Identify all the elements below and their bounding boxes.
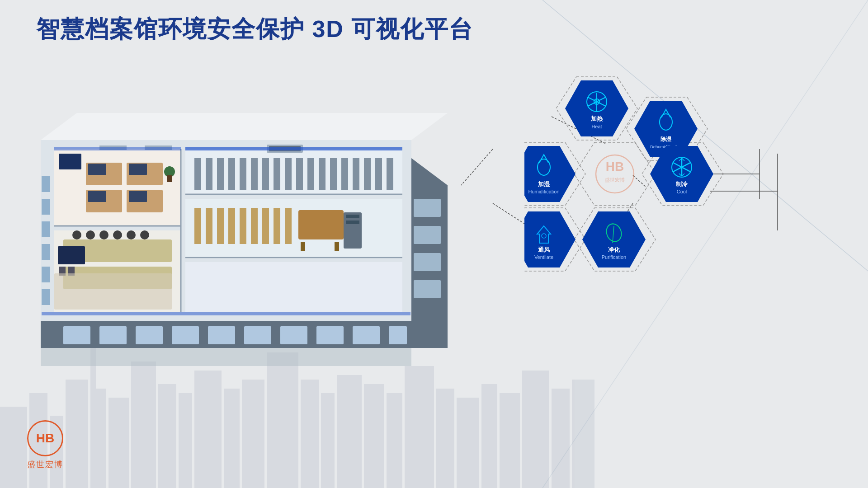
svg-rect-132 (42, 221, 50, 237)
svg-rect-96 (194, 208, 201, 244)
logo-bottom-left: HB 盛世宏博 (27, 420, 63, 470)
svg-rect-135 (42, 289, 50, 305)
svg-line-7 (493, 203, 524, 224)
svg-rect-21 (242, 380, 264, 488)
svg-rect-10 (0, 407, 27, 488)
svg-rect-64 (414, 226, 441, 244)
svg-rect-105 (298, 210, 344, 239)
svg-rect-79 (206, 158, 212, 190)
svg-rect-106 (301, 242, 305, 251)
svg-marker-137 (41, 348, 411, 366)
svg-rect-24 (321, 393, 335, 488)
svg-marker-48 (185, 262, 402, 312)
svg-rect-19 (194, 371, 222, 488)
svg-rect-20 (224, 389, 240, 488)
svg-rect-100 (240, 208, 246, 244)
svg-rect-14 (90, 389, 106, 488)
svg-rect-38 (572, 380, 594, 488)
svg-line-3 (461, 149, 493, 185)
svg-rect-36 (522, 371, 549, 488)
logo-circle: HB (27, 420, 63, 456)
svg-rect-15 (108, 398, 129, 488)
svg-rect-61 (353, 326, 380, 344)
svg-rect-107 (335, 242, 339, 251)
svg-rect-86 (285, 158, 292, 190)
svg-rect-84 (262, 158, 269, 190)
svg-rect-111 (346, 215, 359, 218)
svg-rect-101 (251, 208, 258, 244)
svg-rect-88 (307, 158, 314, 190)
svg-text:HB: HB (606, 160, 624, 174)
svg-text:Cool: Cool (677, 189, 687, 194)
svg-text:盛世宏博: 盛世宏博 (605, 177, 625, 183)
page-title: 智慧档案馆环境安全保护 3D 可视化平台 (36, 14, 473, 45)
svg-rect-13 (66, 380, 88, 488)
svg-rect-93 (364, 158, 371, 190)
svg-point-115 (72, 230, 81, 239)
svg-rect-99 (228, 208, 235, 244)
svg-rect-17 (158, 384, 176, 488)
svg-rect-94 (375, 158, 382, 190)
svg-rect-62 (389, 326, 407, 344)
svg-rect-53 (63, 326, 90, 344)
svg-rect-130 (42, 176, 50, 192)
svg-text:通风: 通风 (538, 246, 550, 253)
svg-rect-91 (341, 158, 348, 190)
svg-rect-56 (172, 326, 199, 344)
svg-rect-71 (88, 164, 106, 175)
svg-rect-72 (129, 164, 147, 175)
svg-text:除湿: 除湿 (660, 136, 672, 142)
svg-text:Heat: Heat (591, 124, 602, 129)
svg-point-116 (86, 230, 95, 239)
svg-rect-23 (301, 380, 319, 488)
svg-marker-42 (41, 113, 448, 140)
svg-rect-63 (414, 199, 441, 217)
svg-rect-75 (59, 154, 81, 169)
svg-rect-77 (167, 175, 172, 182)
svg-rect-136 (42, 312, 410, 315)
svg-rect-60 (316, 326, 344, 344)
svg-rect-128 (54, 147, 181, 150)
svg-rect-35 (500, 393, 520, 488)
svg-point-117 (99, 230, 108, 239)
svg-rect-74 (129, 191, 147, 202)
svg-rect-85 (274, 158, 280, 190)
svg-rect-92 (353, 158, 359, 190)
svg-rect-18 (179, 393, 192, 488)
svg-rect-95 (387, 158, 393, 190)
svg-rect-81 (228, 158, 235, 190)
svg-rect-121 (58, 246, 85, 264)
svg-rect-54 (99, 326, 127, 344)
logo-text: 盛世宏博 (27, 459, 63, 470)
svg-rect-112 (346, 221, 359, 224)
svg-text:加湿: 加湿 (538, 181, 550, 188)
svg-rect-34 (481, 384, 497, 488)
svg-rect-73 (88, 191, 106, 202)
svg-rect-82 (240, 158, 246, 190)
svg-rect-25 (337, 375, 362, 488)
svg-rect-58 (244, 326, 271, 344)
svg-point-120 (140, 230, 149, 239)
svg-rect-102 (262, 208, 269, 244)
svg-rect-83 (251, 158, 258, 190)
svg-text:Humidification: Humidification (528, 189, 559, 194)
svg-rect-28 (405, 366, 434, 488)
svg-rect-98 (217, 208, 224, 244)
hex-controls-area: 加热 Heat 除湿 Dehumidification 加湿 Humidific… (524, 72, 841, 343)
svg-rect-89 (319, 158, 326, 190)
svg-rect-134 (42, 267, 50, 282)
svg-rect-87 (296, 158, 303, 190)
svg-text:Purification: Purification (602, 254, 626, 260)
svg-rect-55 (136, 326, 163, 344)
svg-point-119 (127, 230, 136, 239)
svg-point-118 (113, 230, 122, 239)
svg-rect-131 (42, 199, 50, 215)
svg-rect-78 (194, 158, 201, 190)
svg-text:Ventilate: Ventilate (534, 254, 553, 260)
svg-rect-124 (54, 273, 172, 310)
svg-rect-29 (436, 389, 454, 488)
svg-rect-80 (217, 158, 224, 190)
svg-rect-127 (185, 147, 402, 150)
svg-rect-27 (387, 393, 402, 488)
svg-rect-90 (330, 158, 337, 190)
